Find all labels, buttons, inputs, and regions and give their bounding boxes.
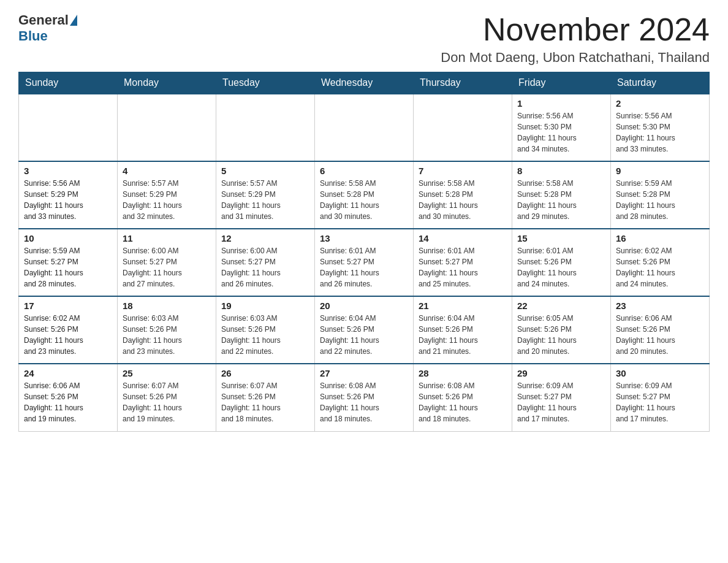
day-number: 7 xyxy=(419,166,507,176)
week-row-4: 17Sunrise: 6:02 AMSunset: 5:26 PMDayligh… xyxy=(19,296,710,364)
day-info: Sunrise: 6:02 AMSunset: 5:26 PMDaylight:… xyxy=(24,313,112,357)
calendar-cell: 16Sunrise: 6:02 AMSunset: 5:26 PMDayligh… xyxy=(611,229,710,296)
day-info: Sunrise: 5:57 AMSunset: 5:29 PMDaylight:… xyxy=(123,178,211,222)
calendar-cell: 30Sunrise: 6:09 AMSunset: 5:27 PMDayligh… xyxy=(611,364,710,431)
day-number: 11 xyxy=(123,233,211,243)
calendar-cell: 5Sunrise: 5:57 AMSunset: 5:29 PMDaylight… xyxy=(216,161,315,229)
month-title: November 2024 xyxy=(441,12,710,47)
calendar-cell: 15Sunrise: 6:01 AMSunset: 5:26 PMDayligh… xyxy=(512,229,611,296)
calendar-cell xyxy=(19,94,118,161)
calendar-cell: 2Sunrise: 5:56 AMSunset: 5:30 PMDaylight… xyxy=(611,94,710,161)
week-row-1: 1Sunrise: 5:56 AMSunset: 5:30 PMDaylight… xyxy=(19,94,710,161)
day-info: Sunrise: 6:09 AMSunset: 5:27 PMDaylight:… xyxy=(517,380,605,424)
col-header-sunday: Sunday xyxy=(19,72,118,94)
day-number: 8 xyxy=(517,166,605,176)
calendar-cell: 28Sunrise: 6:08 AMSunset: 5:26 PMDayligh… xyxy=(414,364,512,431)
col-header-tuesday: Tuesday xyxy=(216,72,315,94)
day-info: Sunrise: 5:58 AMSunset: 5:28 PMDaylight:… xyxy=(517,178,605,222)
calendar-header-row: SundayMondayTuesdayWednesdayThursdayFrid… xyxy=(19,72,710,94)
day-number: 23 xyxy=(616,301,704,311)
day-info: Sunrise: 5:57 AMSunset: 5:29 PMDaylight:… xyxy=(221,178,309,222)
calendar-cell: 19Sunrise: 6:03 AMSunset: 5:26 PMDayligh… xyxy=(216,296,315,364)
day-info: Sunrise: 6:03 AMSunset: 5:26 PMDaylight:… xyxy=(221,313,309,357)
day-number: 10 xyxy=(24,233,112,243)
day-info: Sunrise: 5:59 AMSunset: 5:27 PMDaylight:… xyxy=(24,245,112,289)
calendar-cell: 3Sunrise: 5:56 AMSunset: 5:29 PMDaylight… xyxy=(19,161,118,229)
calendar-cell xyxy=(216,94,315,161)
calendar-cell: 17Sunrise: 6:02 AMSunset: 5:26 PMDayligh… xyxy=(19,296,118,364)
day-number: 19 xyxy=(221,301,309,311)
day-number: 18 xyxy=(123,301,211,311)
calendar-table: SundayMondayTuesdayWednesdayThursdayFrid… xyxy=(18,72,710,432)
day-number: 15 xyxy=(517,233,605,243)
calendar-cell: 29Sunrise: 6:09 AMSunset: 5:27 PMDayligh… xyxy=(512,364,611,431)
day-number: 2 xyxy=(616,98,704,109)
day-info: Sunrise: 6:09 AMSunset: 5:27 PMDaylight:… xyxy=(616,380,704,424)
col-header-friday: Friday xyxy=(512,72,611,94)
calendar-cell: 4Sunrise: 5:57 AMSunset: 5:29 PMDaylight… xyxy=(118,161,216,229)
day-info: Sunrise: 6:08 AMSunset: 5:26 PMDaylight:… xyxy=(419,380,507,424)
calendar-cell: 13Sunrise: 6:01 AMSunset: 5:27 PMDayligh… xyxy=(315,229,414,296)
calendar-cell xyxy=(118,94,216,161)
day-number: 13 xyxy=(320,233,408,243)
calendar-cell: 23Sunrise: 6:06 AMSunset: 5:26 PMDayligh… xyxy=(611,296,710,364)
calendar-cell: 11Sunrise: 6:00 AMSunset: 5:27 PMDayligh… xyxy=(118,229,216,296)
day-info: Sunrise: 5:56 AMSunset: 5:30 PMDaylight:… xyxy=(517,110,605,155)
day-info: Sunrise: 6:06 AMSunset: 5:26 PMDaylight:… xyxy=(24,380,112,424)
calendar-cell: 20Sunrise: 6:04 AMSunset: 5:26 PMDayligh… xyxy=(315,296,414,364)
day-number: 30 xyxy=(616,368,704,378)
calendar-cell xyxy=(315,94,414,161)
location-title: Don Mot Daeng, Ubon Ratchathani, Thailan… xyxy=(441,50,710,66)
col-header-wednesday: Wednesday xyxy=(315,72,414,94)
day-number: 4 xyxy=(123,166,211,176)
col-header-thursday: Thursday xyxy=(414,72,512,94)
day-info: Sunrise: 6:08 AMSunset: 5:26 PMDaylight:… xyxy=(320,380,408,424)
day-number: 6 xyxy=(320,166,408,176)
day-number: 24 xyxy=(24,368,112,378)
col-header-saturday: Saturday xyxy=(611,72,710,94)
logo-triangle-icon xyxy=(70,15,77,26)
calendar-cell xyxy=(414,94,512,161)
day-number: 21 xyxy=(419,301,507,311)
day-number: 16 xyxy=(616,233,704,243)
day-number: 27 xyxy=(320,368,408,378)
day-info: Sunrise: 6:06 AMSunset: 5:26 PMDaylight:… xyxy=(616,313,704,357)
col-header-monday: Monday xyxy=(118,72,216,94)
day-info: Sunrise: 6:04 AMSunset: 5:26 PMDaylight:… xyxy=(320,313,408,357)
title-area: November 2024 Don Mot Daeng, Ubon Ratcha… xyxy=(441,12,710,66)
day-info: Sunrise: 6:00 AMSunset: 5:27 PMDaylight:… xyxy=(123,245,211,289)
day-info: Sunrise: 5:58 AMSunset: 5:28 PMDaylight:… xyxy=(419,178,507,222)
calendar-cell: 14Sunrise: 6:01 AMSunset: 5:27 PMDayligh… xyxy=(414,229,512,296)
logo: General Blue xyxy=(18,12,78,44)
day-number: 3 xyxy=(24,166,112,176)
day-info: Sunrise: 6:01 AMSunset: 5:27 PMDaylight:… xyxy=(320,245,408,289)
day-info: Sunrise: 6:03 AMSunset: 5:26 PMDaylight:… xyxy=(123,313,211,357)
day-info: Sunrise: 6:04 AMSunset: 5:26 PMDaylight:… xyxy=(419,313,507,357)
calendar-cell: 21Sunrise: 6:04 AMSunset: 5:26 PMDayligh… xyxy=(414,296,512,364)
day-number: 25 xyxy=(123,368,211,378)
day-number: 29 xyxy=(517,368,605,378)
day-info: Sunrise: 6:02 AMSunset: 5:26 PMDaylight:… xyxy=(616,245,704,289)
calendar-cell: 12Sunrise: 6:00 AMSunset: 5:27 PMDayligh… xyxy=(216,229,315,296)
calendar-cell: 10Sunrise: 5:59 AMSunset: 5:27 PMDayligh… xyxy=(19,229,118,296)
day-info: Sunrise: 6:01 AMSunset: 5:26 PMDaylight:… xyxy=(517,245,605,289)
logo-blue-text: Blue xyxy=(18,28,48,44)
day-number: 5 xyxy=(221,166,309,176)
day-number: 14 xyxy=(419,233,507,243)
calendar-cell: 6Sunrise: 5:58 AMSunset: 5:28 PMDaylight… xyxy=(315,161,414,229)
calendar-cell: 26Sunrise: 6:07 AMSunset: 5:26 PMDayligh… xyxy=(216,364,315,431)
calendar-cell: 18Sunrise: 6:03 AMSunset: 5:26 PMDayligh… xyxy=(118,296,216,364)
day-info: Sunrise: 6:05 AMSunset: 5:26 PMDaylight:… xyxy=(517,313,605,357)
calendar-cell: 25Sunrise: 6:07 AMSunset: 5:26 PMDayligh… xyxy=(118,364,216,431)
day-number: 20 xyxy=(320,301,408,311)
calendar-cell: 7Sunrise: 5:58 AMSunset: 5:28 PMDaylight… xyxy=(414,161,512,229)
day-number: 12 xyxy=(221,233,309,243)
day-info: Sunrise: 5:58 AMSunset: 5:28 PMDaylight:… xyxy=(320,178,408,222)
day-number: 1 xyxy=(517,98,605,109)
day-number: 28 xyxy=(419,368,507,378)
day-info: Sunrise: 6:01 AMSunset: 5:27 PMDaylight:… xyxy=(419,245,507,289)
logo-general-text: General xyxy=(18,12,69,28)
week-row-5: 24Sunrise: 6:06 AMSunset: 5:26 PMDayligh… xyxy=(19,364,710,431)
calendar-cell: 24Sunrise: 6:06 AMSunset: 5:26 PMDayligh… xyxy=(19,364,118,431)
calendar-cell: 9Sunrise: 5:59 AMSunset: 5:28 PMDaylight… xyxy=(611,161,710,229)
